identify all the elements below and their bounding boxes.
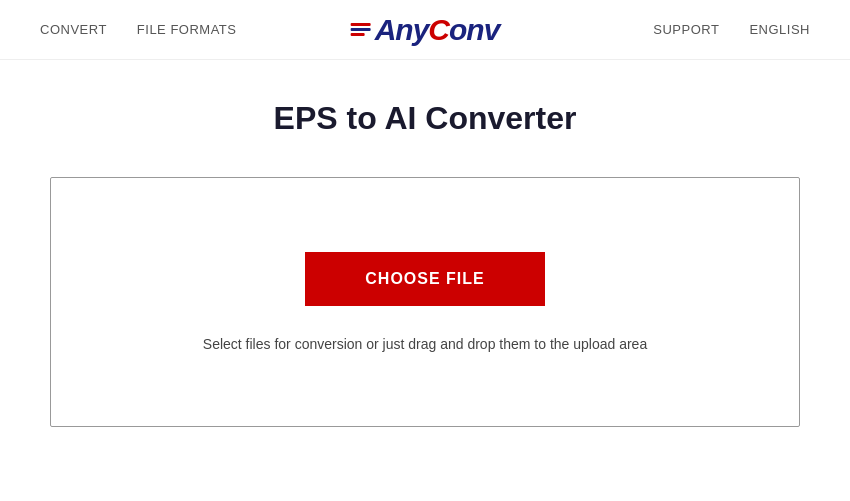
logo-any: Any xyxy=(375,13,429,46)
nav-convert-link[interactable]: CONVERT xyxy=(40,22,107,37)
logo-flag-icon xyxy=(351,23,371,36)
nav-english-link[interactable]: ENGLISH xyxy=(749,22,810,37)
nav-left: CONVERT FILE FORMATS xyxy=(40,22,236,37)
upload-area[interactable]: CHOOSE FILE Select files for conversion … xyxy=(50,177,800,427)
logo-c-icon: C xyxy=(428,13,449,46)
site-header: CONVERT FILE FORMATS AnyConv SUPPORT ENG… xyxy=(0,0,850,60)
nav-right: SUPPORT ENGLISH xyxy=(653,22,810,37)
logo-text: AnyConv xyxy=(375,13,500,47)
page-title: EPS to AI Converter xyxy=(50,100,800,137)
logo-onv: onv xyxy=(449,13,499,46)
nav-support-link[interactable]: SUPPORT xyxy=(653,22,719,37)
choose-file-button[interactable]: CHOOSE FILE xyxy=(305,252,544,306)
nav-file-formats-link[interactable]: FILE FORMATS xyxy=(137,22,237,37)
logo[interactable]: AnyConv xyxy=(351,13,500,47)
upload-hint: Select files for conversion or just drag… xyxy=(203,336,647,352)
main-content: EPS to AI Converter CHOOSE FILE Select f… xyxy=(0,60,850,467)
